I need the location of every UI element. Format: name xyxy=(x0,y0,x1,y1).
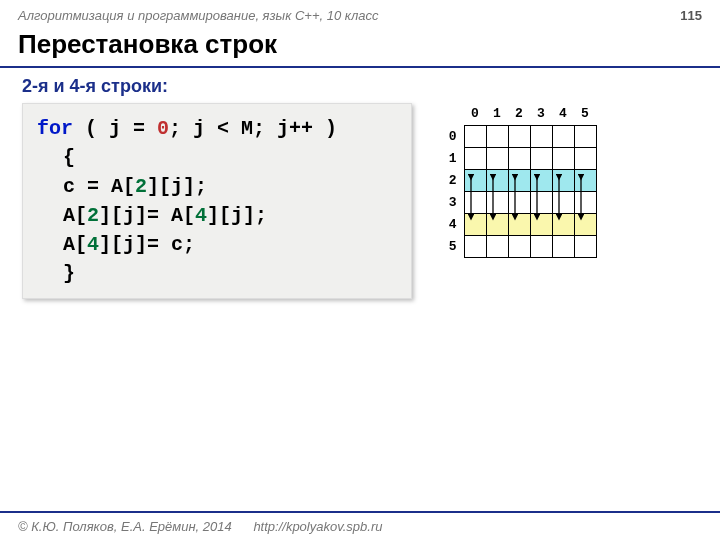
footer-url: http://kpolyakov.spb.ru xyxy=(253,519,382,534)
code-text: c = A[ xyxy=(63,175,135,198)
code-text: ][j]= A[ xyxy=(99,204,195,227)
col-head: 4 xyxy=(552,103,574,125)
subtitle: 2-я и 4-я строки: xyxy=(0,68,720,103)
code-text: ][j]; xyxy=(207,204,267,227)
code-text: A[ xyxy=(63,204,87,227)
course-label: Алгоритмизация и программирование, язык … xyxy=(18,8,378,23)
footer: © К.Ю. Поляков, Е.А. Ерёмин, 2014 http:/… xyxy=(0,511,720,534)
code-text: A[ xyxy=(63,233,87,256)
row-head: 0 xyxy=(442,125,464,147)
code-literal: 2 xyxy=(135,175,147,198)
row-head: 5 xyxy=(442,235,464,257)
row-head: 4 xyxy=(442,213,464,235)
code-text: ( j = xyxy=(73,117,157,140)
col-head: 0 xyxy=(464,103,486,125)
page-number: 115 xyxy=(680,8,702,23)
code-number: 0 xyxy=(157,117,169,140)
col-head: 3 xyxy=(530,103,552,125)
row-head: 2 xyxy=(442,169,464,191)
code-text: ][j]; xyxy=(147,175,207,198)
col-head: 2 xyxy=(508,103,530,125)
col-head: 1 xyxy=(486,103,508,125)
code-literal: 4 xyxy=(195,204,207,227)
code-block: for ( j = 0; j < M; j++ ) { c = A[2][j];… xyxy=(22,103,412,299)
copyright: © К.Ю. Поляков, Е.А. Ерёмин, 2014 xyxy=(18,519,232,534)
code-literal: 2 xyxy=(87,204,99,227)
code-keyword: for xyxy=(37,117,73,140)
code-text: ; j < M; j++ ) xyxy=(169,117,337,140)
code-text: ][j]= c; xyxy=(99,233,195,256)
code-text: } xyxy=(63,262,75,285)
row-head: 3 xyxy=(442,191,464,213)
row-head: 1 xyxy=(442,147,464,169)
code-literal: 4 xyxy=(87,233,99,256)
page-title: Перестановка строк xyxy=(0,27,720,68)
matrix-diagram: 0 1 2 3 4 5 0 1 2 3 4 5 xyxy=(442,103,622,258)
col-head: 5 xyxy=(574,103,596,125)
code-text: { xyxy=(63,146,75,169)
